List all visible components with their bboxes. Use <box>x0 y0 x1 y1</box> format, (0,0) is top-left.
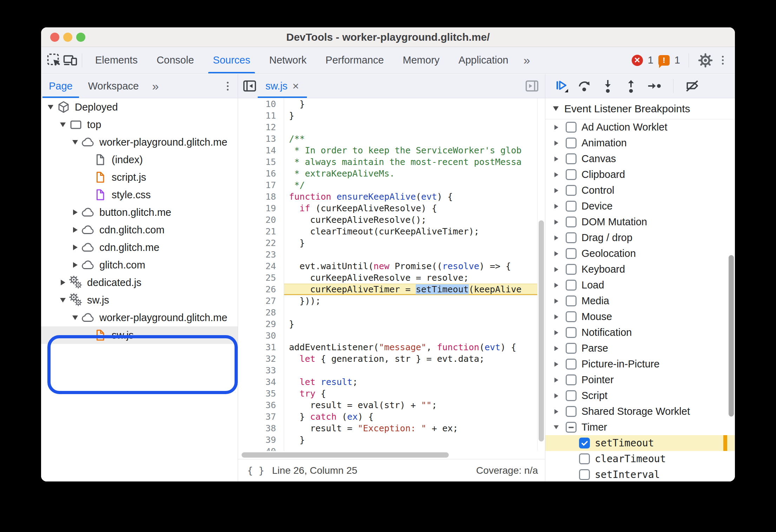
breakpoint-category-label: Control <box>581 185 614 196</box>
checkbox-unchecked[interactable] <box>566 248 577 259</box>
checkbox-unchecked[interactable] <box>566 406 577 417</box>
breakpoint-event-setinterval[interactable]: setInterval <box>545 467 735 481</box>
breakpoint-category-dom-mutation[interactable]: DOM Mutation <box>545 214 735 230</box>
line-number: 10 <box>238 98 284 110</box>
tree-item-top[interactable]: top <box>41 116 238 133</box>
checkbox-unchecked[interactable] <box>566 232 577 243</box>
breakpoint-event-cleartimeout[interactable]: clearTimeout <box>545 451 735 467</box>
show-debugger-panel-icon[interactable] <box>524 78 540 94</box>
step-into-icon[interactable] <box>600 78 616 94</box>
customize-devtools-icon[interactable] <box>718 54 727 67</box>
breakpoint-category-geolocation[interactable]: Geolocation <box>545 246 735 261</box>
tab-performance[interactable]: Performance <box>316 47 393 73</box>
navigator-tab-workspace[interactable]: Workspace <box>80 74 147 98</box>
tree-item-glitch.com[interactable]: glitch.com <box>41 256 238 274</box>
checkbox-unchecked[interactable] <box>566 295 577 306</box>
tree-item-dedicated.js[interactable]: dedicated.js <box>41 274 238 291</box>
breakpoint-category-pointer[interactable]: Pointer <box>545 372 735 388</box>
checkbox-unchecked[interactable] <box>566 169 577 180</box>
event-listener-breakpoints-header[interactable]: Event Listener Breakpoints <box>545 98 735 119</box>
checkbox-unchecked[interactable] <box>566 264 577 275</box>
tab-elements[interactable]: Elements <box>86 47 147 73</box>
breakpoint-category-shared-storage-worklet[interactable]: Shared Storage Worklet <box>545 404 735 419</box>
hide-navigator-icon[interactable] <box>242 78 258 94</box>
breakpoint-category-clipboard[interactable]: Clipboard <box>545 167 735 182</box>
tree-item--index-[interactable]: (index) <box>41 151 238 168</box>
checkbox-unchecked[interactable] <box>566 153 577 164</box>
breakpoint-category-notification[interactable]: Notification <box>545 325 735 340</box>
breakpoint-category-picture-in-picture[interactable]: Picture-in-Picture <box>545 356 735 372</box>
inspect-element-icon[interactable] <box>46 52 62 68</box>
breakpoint-event-settimeout[interactable]: setTimeout <box>545 435 735 451</box>
tree-item-cdn.glitch.me[interactable]: cdn.glitch.me <box>41 239 238 256</box>
more-navigator-tabs-icon[interactable]: » <box>146 79 164 93</box>
deactivate-breakpoints-icon[interactable] <box>685 78 700 94</box>
breakpoint-category-animation[interactable]: Animation <box>545 135 735 151</box>
tree-item-style.css[interactable]: style.css <box>41 186 238 204</box>
checkbox-indeterminate[interactable] <box>566 422 577 433</box>
breakpoint-category-load[interactable]: Load <box>545 277 735 293</box>
breakpoint-category-device[interactable]: Device <box>545 198 735 214</box>
error-icon[interactable]: ✕ <box>632 55 643 66</box>
tree-item-button.glitch.me[interactable]: button.glitch.me <box>41 204 238 221</box>
breakpoint-category-control[interactable]: Control <box>545 182 735 198</box>
tree-item-cdn.glitch.com[interactable]: cdn.glitch.com <box>41 221 238 239</box>
checkbox-unchecked[interactable] <box>566 311 577 322</box>
breakpoint-category-timer[interactable]: Timer <box>545 419 735 435</box>
tab-application[interactable]: Application <box>449 47 518 73</box>
checkbox-unchecked[interactable] <box>566 217 577 227</box>
breakpoint-category-parse[interactable]: Parse <box>545 340 735 356</box>
tree-item-worker-playground.glitch.me[interactable]: worker-playground.glitch.me <box>41 133 238 151</box>
breakpoints-scrollbar-thumb[interactable] <box>729 255 734 417</box>
tab-console[interactable]: Console <box>147 47 203 73</box>
code-token: ) { <box>358 412 374 422</box>
editor-vscroll-thumb[interactable] <box>539 220 544 441</box>
checkbox-unchecked[interactable] <box>566 185 577 196</box>
step-icon[interactable] <box>646 78 662 94</box>
checkbox-unchecked[interactable] <box>566 201 577 212</box>
tree-item-deployed[interactable]: Deployed <box>41 98 238 116</box>
issues-icon[interactable]: ! <box>658 55 670 66</box>
triangle <box>554 220 558 225</box>
breakpoint-category-keyboard[interactable]: Keyboard <box>545 261 735 277</box>
checkbox-unchecked[interactable] <box>566 359 577 370</box>
checkbox-unchecked[interactable] <box>566 138 577 148</box>
tab-network[interactable]: Network <box>260 47 316 73</box>
breakpoint-category-mouse[interactable]: Mouse <box>545 309 735 325</box>
editor-tab-sw-js[interactable]: sw.js × <box>258 74 307 98</box>
tree-item-script.js[interactable]: script.js <box>41 168 238 186</box>
checkbox-unchecked[interactable] <box>566 122 577 133</box>
checkbox-unchecked[interactable] <box>579 453 590 464</box>
checkbox-unchecked[interactable] <box>566 343 577 354</box>
chevron-down-icon <box>70 140 80 145</box>
tree-item-sw.js[interactable]: sw.js <box>41 291 238 309</box>
breakpoint-category-script[interactable]: Script <box>545 388 735 404</box>
breakpoint-category-ad-auction-worklet[interactable]: Ad Auction Worklet <box>545 119 735 135</box>
code-token: */ <box>289 180 305 190</box>
resume-script-icon[interactable] <box>554 78 569 94</box>
code-editor-area[interactable]: 10 }11}1213/**14 * In order to keep the … <box>238 98 545 451</box>
pretty-print-icon[interactable]: { } <box>244 465 268 476</box>
tab-sources[interactable]: Sources <box>203 47 259 73</box>
checkbox-unchecked[interactable] <box>566 390 577 401</box>
settings-gear-icon[interactable] <box>697 52 713 68</box>
checkbox-unchecked[interactable] <box>566 374 577 385</box>
breakpoint-category-media[interactable]: Media <box>545 293 735 309</box>
step-out-icon[interactable] <box>623 78 639 94</box>
navigator-menu-icon[interactable] <box>223 80 232 93</box>
close-tab-icon[interactable]: × <box>292 80 299 93</box>
editor-hscroll-thumb[interactable] <box>242 452 449 458</box>
checkbox-unchecked[interactable] <box>566 280 577 291</box>
step-over-icon[interactable] <box>577 78 592 94</box>
breakpoint-category-drag-drop[interactable]: Drag / drop <box>545 230 735 246</box>
checkbox-unchecked[interactable] <box>579 469 590 480</box>
checkbox-checked[interactable] <box>579 438 590 448</box>
tree-item-worker-playground.glitch.me[interactable]: worker-playground.glitch.me <box>41 309 238 326</box>
breakpoint-category-canvas[interactable]: Canvas <box>545 151 735 167</box>
more-tabs-icon[interactable]: » <box>518 53 536 67</box>
tree-item-sw.js[interactable]: sw.js <box>41 326 238 344</box>
checkbox-unchecked[interactable] <box>566 327 577 338</box>
tab-memory[interactable]: Memory <box>393 47 449 73</box>
device-toolbar-icon[interactable] <box>62 52 78 68</box>
navigator-tab-page[interactable]: Page <box>41 74 80 98</box>
